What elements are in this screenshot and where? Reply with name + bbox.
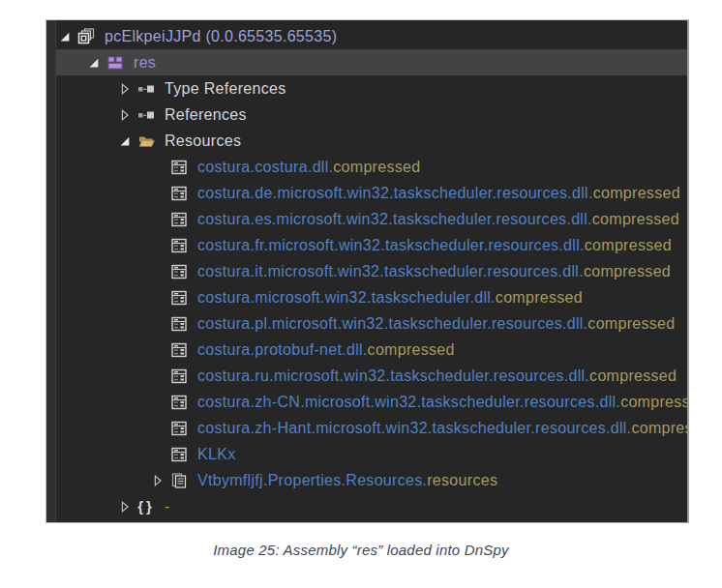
tree-row-label: pcElkpeiJJPd (0.0.65535.65535) xyxy=(105,28,337,45)
tree-row-resources-file[interactable]: Vtbymfljfj.Properties.Resources.resource… xyxy=(56,467,687,493)
tree-row-label: costura.zh-Hant.microsoft.win32.tasksche… xyxy=(197,420,689,437)
label-segment: compressed xyxy=(584,263,671,279)
label-segment: costura.es.microsoft.win32.taskscheduler… xyxy=(197,211,592,227)
expander-spacer xyxy=(149,447,166,462)
references-icon xyxy=(136,106,156,124)
tree-row-resource[interactable]: costura.de.microsoft.win32.taskscheduler… xyxy=(56,180,687,206)
expander-collapsed-icon[interactable] xyxy=(116,81,134,97)
label-segment: compressed xyxy=(496,289,583,306)
label-segment: compressed xyxy=(585,237,672,253)
tree-row-label: costura.es.microsoft.win32.taskscheduler… xyxy=(197,211,679,228)
tree-row-resource[interactable]: costura.microsoft.win32.taskscheduler.dl… xyxy=(56,284,687,310)
resource-icon xyxy=(169,368,189,385)
module-icon xyxy=(105,54,125,72)
tree-row-resource[interactable]: costura.ru.microsoft.win32.taskscheduler… xyxy=(56,363,687,389)
tree-row-module-res[interactable]: res xyxy=(56,49,687,75)
expander-expanded-icon[interactable] xyxy=(116,133,134,149)
tree-row-label: References xyxy=(165,106,247,124)
label-segment: compressed xyxy=(592,211,679,227)
label-segment: References xyxy=(165,106,247,123)
tree-row-label: KLKx xyxy=(197,446,235,463)
assembly-tree: pcElkpeiJJPd (0.0.65535.65535)resType Re… xyxy=(56,20,687,522)
resource-icon xyxy=(169,237,189,254)
expander-collapsed-icon[interactable] xyxy=(149,473,166,488)
expander-spacer xyxy=(149,264,166,279)
expander-spacer xyxy=(149,160,166,175)
expander-spacer xyxy=(149,316,166,332)
label-segment: compressed xyxy=(620,394,689,410)
label-segment: compressed xyxy=(593,185,680,201)
expander-spacer xyxy=(149,290,166,306)
resource-icon xyxy=(169,315,189,333)
expander-spacer xyxy=(149,421,166,436)
tree-row-resource[interactable]: costura.protobuf-net.dll.compressed xyxy=(56,337,687,363)
tree-row-label: costura.protobuf-net.dll.compressed xyxy=(197,341,455,359)
tree-row-resource[interactable]: costura.it.microsoft.win32.taskscheduler… xyxy=(56,258,687,284)
tree-row-label: costura.it.microsoft.win32.taskscheduler… xyxy=(197,263,671,280)
tree-row-label: costura.costura.dll.compressed xyxy=(197,159,420,176)
expander-expanded-icon[interactable] xyxy=(85,55,103,71)
resource-icon xyxy=(169,394,189,411)
label-segment: KLKx xyxy=(197,446,235,462)
resource-icon xyxy=(169,159,189,176)
tree-row-label: res xyxy=(134,54,156,72)
tree-row-label: Vtbymfljfj.Properties.Resources.resource… xyxy=(197,472,497,489)
expander-spacer xyxy=(149,395,166,410)
tree-row-resource[interactable]: costura.zh-Hant.microsoft.win32.tasksche… xyxy=(56,415,687,441)
dnspy-assembly-explorer: pcElkpeiJJPd (0.0.65535.65535)resType Re… xyxy=(45,19,689,523)
tree-row-label: costura.zh-CN.microsoft.win32.taskschedu… xyxy=(197,394,689,411)
label-segment: res xyxy=(134,54,156,71)
label-segment: costura.fr.microsoft.win32.taskscheduler… xyxy=(197,237,585,253)
tree-row-resource[interactable]: costura.costura.dll.compressed xyxy=(56,154,687,180)
label-segment: costura.microsoft.win32.taskscheduler.dl… xyxy=(197,289,496,306)
tree-row-namespace[interactable]: {}- xyxy=(56,493,687,519)
expander-spacer xyxy=(149,238,166,253)
label-segment: compressed xyxy=(589,368,677,384)
tree-row-assembly[interactable]: pcElkpeiJJPd (0.0.65535.65535) xyxy=(56,23,687,49)
label-segment: costura.it.microsoft.win32.taskscheduler… xyxy=(197,263,584,279)
label-segment: compressed xyxy=(368,341,455,358)
tree-row-resource[interactable]: costura.zh-CN.microsoft.win32.taskschedu… xyxy=(56,389,687,415)
type-references-icon xyxy=(136,80,156,98)
document-page: pcElkpeiJJPd (0.0.65535.65535)resType Re… xyxy=(0,0,722,588)
tree-row-references[interactable]: References xyxy=(56,102,687,128)
tree-row-label: costura.de.microsoft.win32.taskscheduler… xyxy=(197,185,680,202)
label-segment: compressed xyxy=(333,159,420,175)
resource-icon xyxy=(169,289,189,307)
label-segment: costura.costura.dll. xyxy=(197,159,333,175)
tree-row-label: - xyxy=(165,498,170,515)
tree-row-resource[interactable]: costura.fr.microsoft.win32.taskscheduler… xyxy=(56,232,687,258)
tree-row-type-references[interactable]: Type References xyxy=(56,75,687,102)
label-segment: resources xyxy=(427,472,497,488)
expander-spacer xyxy=(149,186,166,201)
namespace-icon: {} xyxy=(136,498,156,515)
expander-spacer xyxy=(149,368,166,384)
tree-row-label: Resources xyxy=(165,132,241,150)
tree-row-label: costura.pl.microsoft.win32.taskscheduler… xyxy=(197,315,676,333)
expander-collapsed-icon[interactable] xyxy=(116,499,134,514)
expander-collapsed-icon[interactable] xyxy=(116,107,134,123)
label-segment: compressed xyxy=(587,315,675,332)
label-segment: costura.de.microsoft.win32.taskscheduler… xyxy=(197,185,593,201)
resource-icon xyxy=(169,263,189,280)
expander-spacer xyxy=(149,342,166,358)
screenshot-caption: Image 25: Assembly “res” loaded into DnS… xyxy=(0,542,722,558)
tree-row-label: costura.fr.microsoft.win32.taskscheduler… xyxy=(197,237,672,254)
label-segment: costura.pl.microsoft.win32.taskscheduler… xyxy=(197,315,587,332)
tree-row-resource[interactable]: costura.es.microsoft.win32.taskscheduler… xyxy=(56,206,687,232)
resource-icon xyxy=(169,446,189,463)
label-segment: compressed xyxy=(631,420,689,436)
panel-left-edge xyxy=(46,20,56,522)
label-segment: costura.protobuf-net.dll. xyxy=(197,341,368,358)
expander-expanded-icon[interactable] xyxy=(56,29,74,44)
tree-row-label: costura.microsoft.win32.taskscheduler.dl… xyxy=(197,289,583,307)
label-segment: costura.ru.microsoft.win32.taskscheduler… xyxy=(197,368,589,384)
label-segment: costura.zh-Hant.microsoft.win32.tasksche… xyxy=(197,420,631,436)
resource-icon xyxy=(169,211,189,228)
tree-row-resource[interactable]: costura.pl.microsoft.win32.taskscheduler… xyxy=(56,310,687,337)
assembly-icon xyxy=(76,28,96,45)
tree-row-label: Type References xyxy=(165,80,286,98)
tree-row-resources-folder[interactable]: Resources xyxy=(56,128,687,154)
label-segment: costura.zh-CN.microsoft.win32.taskschedu… xyxy=(197,394,620,410)
tree-row-resource[interactable]: KLKx xyxy=(56,441,687,467)
